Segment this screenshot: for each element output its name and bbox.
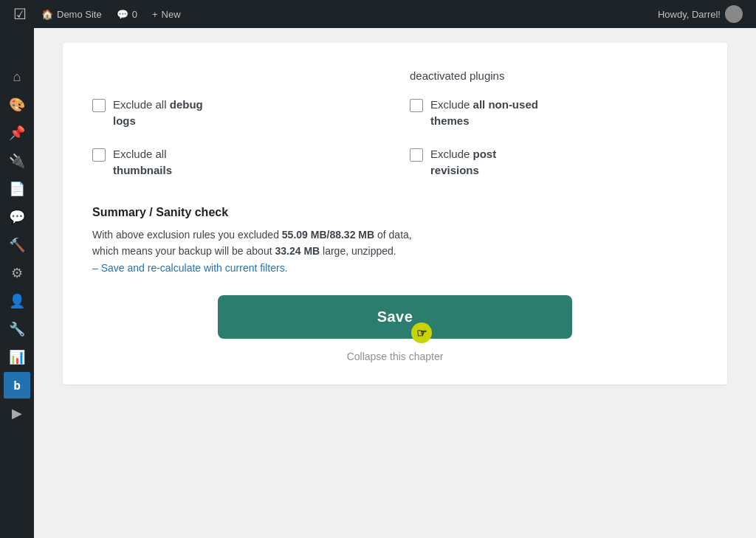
summary-text-post: large, unzipped. — [320, 245, 396, 257]
comments-icon: 💬 — [117, 9, 128, 20]
recalculate-link[interactable]: – Save and re-calculate with current fil… — [92, 262, 288, 274]
sidebar-icon-backup[interactable]: b — [4, 372, 30, 399]
exclude-revisions-checkbox[interactable] — [410, 148, 423, 162]
sidebar: ⌂ 🎨 📌 🔌 📄 💬 🔨 ⚙ 👤 🔧 📊 b ▶ — [0, 28, 34, 538]
sidebar-icon-tools[interactable]: 🔨 — [4, 232, 30, 258]
new-label: New — [162, 9, 181, 20]
options-grid: Exclude all debuglogs Exclude all non-us… — [92, 92, 698, 184]
option-exclude-themes: Exclude all non-usedthemes — [410, 92, 698, 134]
sidebar-icon-wrench[interactable]: 🔧 — [4, 316, 30, 342]
save-button-label: Save — [377, 308, 413, 325]
wp-logo-button[interactable]: ☑ — [6, 0, 34, 28]
summary-title: Summary / Sanity check — [92, 206, 698, 219]
admin-bar: ☑ 🏠 Demo Site 💬 0 + New Howdy, Darrel! — [0, 0, 756, 28]
summary-section: Summary / Sanity check With above exclus… — [92, 206, 698, 275]
option-exclude-debug: Exclude all debuglogs — [92, 92, 380, 134]
site-name-label: Demo Site — [57, 9, 102, 20]
sidebar-icon-users[interactable]: 👤 — [4, 288, 30, 314]
sidebar-icon-dashboard[interactable]: ⌂ — [4, 63, 30, 90]
plus-icon: + — [152, 9, 158, 20]
save-button[interactable]: Save ☞ — [218, 295, 572, 339]
new-content-button[interactable]: + New — [145, 0, 188, 28]
home-icon: 🏠 — [41, 9, 53, 20]
excluded-size: 55.09 MB/88.32 MB — [282, 229, 374, 241]
exclude-themes-label: Exclude all non-usedthemes — [430, 97, 538, 130]
sidebar-icon-appearance[interactable]: 🎨 — [4, 92, 30, 118]
exclude-revisions-label: Exclude postrevisions — [430, 146, 496, 179]
exclude-thumbnails-checkbox[interactable] — [92, 148, 106, 162]
option-exclude-thumbnails: Exclude allthumbnails — [92, 142, 380, 184]
partial-col-right: deactivated plugins — [410, 65, 698, 85]
sidebar-icon-settings[interactable]: ⚙ — [4, 260, 30, 286]
partial-col-left — [92, 65, 380, 85]
exclude-debug-label: Exclude all debuglogs — [113, 97, 203, 130]
backup-size: 33.24 MB — [275, 245, 320, 257]
content-card: deactivated plugins Exclude all debuglog… — [63, 43, 727, 384]
sidebar-icon-media[interactable]: ▶ — [4, 400, 30, 427]
howdy-text: Howdy, Darrel! — [658, 9, 721, 20]
sidebar-icon-pin[interactable]: 📌 — [4, 120, 30, 146]
comments-count: 0 — [132, 9, 137, 20]
admin-bar-right: Howdy, Darrel! — [650, 5, 750, 23]
main-content: deactivated plugins Exclude all debuglog… — [34, 28, 756, 538]
avatar — [725, 5, 743, 23]
save-button-wrapper: Save ☞ — [92, 295, 698, 339]
sidebar-icon-plugins[interactable]: 🔌 — [4, 148, 30, 174]
sidebar-icon-chart[interactable]: 📊 — [4, 344, 30, 370]
cursor-indicator: ☞ — [411, 323, 432, 343]
deactivated-plugins-text: deactivated plugins — [410, 69, 504, 82]
summary-text-pre: With above exclusion rules you excluded — [92, 229, 282, 241]
wp-icon: ☑ — [13, 5, 27, 23]
exclude-thumbnails-label: Exclude allthumbnails — [113, 146, 172, 179]
option-exclude-revisions: Exclude postrevisions — [410, 142, 698, 184]
exclude-debug-checkbox[interactable] — [92, 99, 106, 112]
site-name-button[interactable]: 🏠 Demo Site — [34, 0, 109, 28]
collapse-link[interactable]: Collapse this chapter — [92, 351, 698, 362]
partial-top-row: deactivated plugins — [92, 65, 698, 85]
sidebar-icon-comments[interactable]: 💬 — [4, 204, 30, 230]
exclude-themes-checkbox[interactable] — [410, 99, 423, 112]
summary-text: With above exclusion rules you excluded … — [92, 227, 698, 260]
comments-button[interactable]: 💬 0 — [109, 0, 145, 28]
sidebar-icon-pages[interactable]: 📄 — [4, 176, 30, 202]
howdy-section[interactable]: Howdy, Darrel! — [650, 5, 750, 23]
